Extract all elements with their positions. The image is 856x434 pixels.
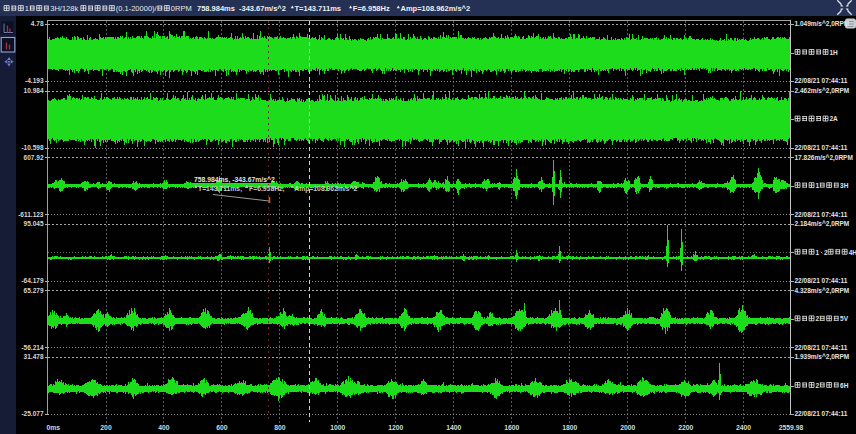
svg-text:22/08/21 07:44:11: 22/08/21 07:44:11	[795, 410, 848, 417]
svg-text:6H: 6H	[840, 382, 849, 389]
svg-text:95.045: 95.045	[24, 220, 44, 227]
svg-text:3H/128k: 3H/128k	[50, 4, 78, 13]
svg-text:-25.077: -25.077	[21, 410, 43, 417]
svg-text:1.049m/s^2,0RPM: 1.049m/s^2,0RPM	[795, 20, 850, 28]
svg-text:1800: 1800	[562, 424, 577, 431]
svg-text:400: 400	[158, 424, 170, 431]
svg-text:2400: 2400	[736, 424, 751, 431]
svg-text:600: 600	[216, 424, 228, 431]
svg-text:607.92: 607.92	[24, 154, 44, 161]
svg-text:1: 1	[816, 182, 820, 189]
svg-text:1H: 1H	[830, 49, 839, 56]
svg-text:22/08/21 07:44:11: 22/08/21 07:44:11	[795, 77, 848, 84]
svg-text:5V: 5V	[840, 315, 849, 322]
svg-text:65.279: 65.279	[24, 287, 44, 294]
svg-text:4.78: 4.78	[31, 20, 44, 27]
svg-text:-611.123: -611.123	[18, 211, 44, 218]
svg-text:4.328m/s^2,0RPM: 4.328m/s^2,0RPM	[795, 287, 850, 295]
svg-text:(0.1-20000)/: (0.1-20000)/	[116, 4, 158, 13]
svg-text:2: 2	[824, 249, 828, 256]
svg-text:Amp=108.962m/s^2: Amp=108.962m/s^2	[294, 185, 357, 193]
svg-text:22/08/21 07:44:11: 22/08/21 07:44:11	[795, 144, 848, 151]
svg-text:-64.179: -64.179	[21, 277, 43, 284]
svg-text:22/08/21 07:44:11: 22/08/21 07:44:11	[795, 211, 848, 218]
svg-text:1.939m/s^2,0RPM: 1.939m/s^2,0RPM	[795, 353, 850, 361]
svg-text:F=6.958Hz: F=6.958Hz	[353, 4, 390, 13]
svg-text:0RPM: 0RPM	[171, 4, 192, 13]
svg-text:2: 2	[816, 315, 820, 322]
svg-text:1: 1	[25, 4, 29, 13]
svg-text:10.984: 10.984	[24, 87, 44, 94]
svg-text:4H: 4H	[849, 249, 856, 256]
svg-text:Amp=108.962m/s^2: Amp=108.962m/s^2	[401, 4, 471, 13]
svg-text:1400: 1400	[446, 424, 461, 431]
svg-text:200: 200	[100, 424, 112, 431]
svg-text:17.826m/s^2,0RPM: 17.826m/s^2,0RPM	[795, 154, 853, 162]
svg-text:2A: 2A	[830, 115, 839, 122]
svg-text:2.462m/s^2,0RPM: 2.462m/s^2,0RPM	[795, 87, 850, 95]
svg-text:800: 800	[274, 424, 286, 431]
svg-text:2000: 2000	[620, 424, 635, 431]
svg-text:T=143.711ms,: T=143.711ms,	[198, 185, 242, 193]
svg-text:758.984ms, -343.67m/s^2: 758.984ms, -343.67m/s^2	[194, 176, 275, 184]
svg-text:31.478: 31.478	[24, 353, 44, 360]
svg-text:2559.98: 2559.98	[779, 424, 804, 431]
svg-text:-56.214: -56.214	[21, 344, 43, 351]
svg-text:22/08/21 07:44:11: 22/08/21 07:44:11	[795, 277, 848, 284]
svg-text:22/08/21 07:44:11: 22/08/21 07:44:11	[795, 344, 848, 351]
svg-text:-4.193: -4.193	[25, 77, 44, 84]
svg-text:2200: 2200	[678, 424, 693, 431]
svg-text:F=6.958Hz,: F=6.958Hz,	[249, 185, 284, 193]
svg-text:-10.598: -10.598	[21, 144, 43, 151]
svg-text:758.984ms: 758.984ms	[197, 4, 235, 13]
svg-text:0ms: 0ms	[47, 424, 61, 431]
svg-text:1200: 1200	[388, 424, 403, 431]
svg-text:T=143.711ms: T=143.711ms	[295, 4, 342, 13]
svg-text:1600: 1600	[504, 424, 519, 431]
svg-text:-343.67m/s^2: -343.67m/s^2	[239, 4, 286, 13]
svg-text:2: 2	[816, 382, 820, 389]
svg-text:1000: 1000	[330, 424, 345, 431]
svg-text:2.184m/s^2,0RPM: 2.184m/s^2,0RPM	[795, 220, 850, 228]
svg-text:1: 1	[816, 249, 820, 256]
svg-text:3H: 3H	[840, 182, 849, 189]
